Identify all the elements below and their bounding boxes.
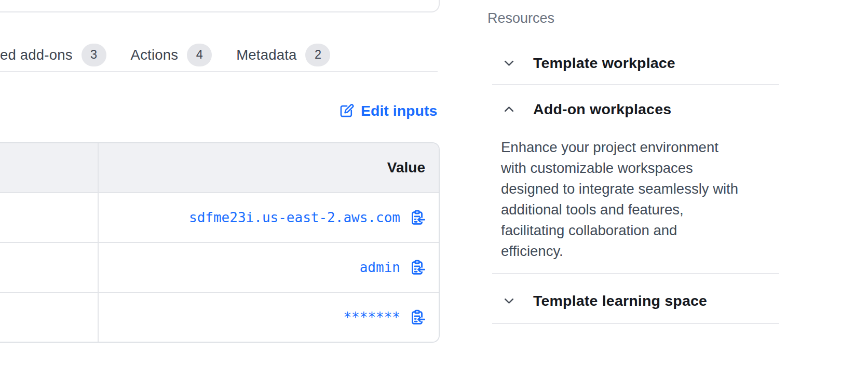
tabs-divider	[0, 71, 438, 72]
table-row: admin	[0, 242, 439, 292]
input-value-masked: *******	[343, 309, 400, 325]
chevron-down-icon	[502, 294, 516, 308]
table-row: sdfme23i.us-east-2.aws.com	[0, 192, 439, 242]
top-card	[0, 0, 440, 12]
name-column-header-cell	[0, 143, 99, 192]
name-cell	[0, 293, 99, 342]
body-line: efficiency.	[501, 241, 781, 262]
accordion-template-learning-space[interactable]: Template learning space	[487, 285, 781, 317]
page: ed add-ons 3 Actions 4 Metadata 2 Edit i…	[0, 0, 868, 378]
tab-label: ed add-ons	[0, 47, 73, 63]
body-line: facilitating collaboration and	[501, 220, 781, 241]
body-line: with customizable workspaces	[501, 158, 781, 179]
value-column-header-cell: Value	[99, 143, 439, 192]
tab-label: Actions	[131, 47, 179, 63]
accordion-label: Template learning space	[533, 292, 707, 309]
copy-to-clipboard-icon[interactable]	[409, 260, 425, 276]
name-cell	[0, 193, 99, 242]
resources-title: Resources	[487, 10, 781, 27]
value-column-header: Value	[387, 159, 425, 176]
accordion-label: Add-on workplaces	[533, 101, 671, 118]
value-cell: sdfme23i.us-east-2.aws.com	[99, 193, 439, 242]
tab-count-badge: 2	[305, 44, 330, 66]
divider	[492, 323, 779, 324]
chevron-down-icon	[502, 56, 516, 70]
edit-inputs-button[interactable]: Edit inputs	[338, 99, 437, 123]
resources-panel: Resources Template workplace Add-on work…	[487, 10, 781, 324]
accordion-template-workplace[interactable]: Template workplace	[487, 47, 781, 79]
inputs-table: Value sdfme23i.us-east-2.aws.com	[0, 142, 440, 343]
tab-bar: ed add-ons 3 Actions 4 Metadata 2	[0, 43, 330, 68]
copy-to-clipboard-icon[interactable]	[409, 309, 425, 326]
body-line: designed to integrate seamlessly with	[501, 179, 781, 199]
value-cell: admin	[99, 243, 439, 292]
name-cell	[0, 243, 99, 292]
copy-to-clipboard-icon[interactable]	[409, 210, 425, 226]
chevron-up-icon	[502, 102, 516, 116]
body-line: additional tools and features,	[501, 199, 781, 220]
tab-count-badge: 3	[82, 44, 106, 66]
input-value: admin	[360, 260, 400, 275]
divider	[492, 273, 779, 274]
value-cell: *******	[99, 293, 439, 342]
accordion-body-text: Enhance your project environment with cu…	[501, 137, 781, 262]
accordion-label: Template workplace	[533, 55, 675, 72]
tab-installed-add-ons[interactable]: ed add-ons 3	[0, 44, 106, 66]
tab-metadata[interactable]: Metadata 2	[236, 44, 330, 66]
table-row: *******	[0, 292, 439, 342]
tab-count-badge: 4	[187, 44, 212, 66]
table-header-row: Value	[0, 143, 439, 192]
tab-actions[interactable]: Actions 4	[131, 44, 212, 66]
divider	[492, 84, 779, 85]
body-line: Enhance your project environment	[501, 137, 781, 158]
input-value: sdfme23i.us-east-2.aws.com	[189, 210, 400, 225]
edit-inputs-label: Edit inputs	[361, 102, 437, 119]
edit-pencil-icon	[338, 103, 355, 119]
tab-label: Metadata	[236, 47, 296, 63]
accordion-add-on-workplaces[interactable]: Add-on workplaces	[487, 95, 781, 124]
